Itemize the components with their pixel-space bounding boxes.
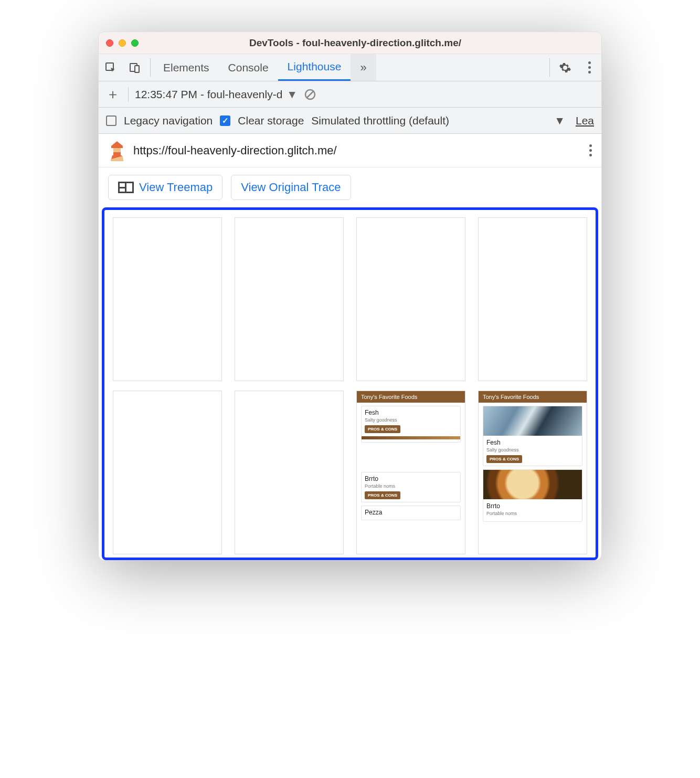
mini-pill: PROS & CONS bbox=[365, 425, 400, 433]
filmstrip-frame[interactable] bbox=[356, 217, 465, 381]
svg-rect-2 bbox=[135, 66, 139, 72]
mini-item-title: Brrto bbox=[365, 475, 457, 482]
mini-item-sub: Salty goodness bbox=[365, 417, 457, 423]
devtools-window: DevTools - foul-heavenly-direction.glitc… bbox=[98, 31, 602, 561]
settings-gear-icon[interactable] bbox=[553, 54, 577, 81]
tab-console[interactable]: Console bbox=[219, 54, 278, 81]
mini-card: Fesh Salty goodness PROS & CONS bbox=[483, 406, 582, 466]
new-report-button[interactable]: ＋ bbox=[104, 86, 122, 103]
tab-more[interactable]: » bbox=[351, 54, 376, 81]
report-actions: View Treemap View Original Trace bbox=[99, 167, 601, 207]
tab-divider bbox=[150, 58, 151, 77]
filmstrip-highlight: Tony's Favorite Foods Fesh Salty goodnes… bbox=[102, 207, 598, 560]
report-selector[interactable]: 12:35:47 PM - foul-heavenly-d ▼ bbox=[135, 88, 298, 101]
inspect-element-icon[interactable] bbox=[99, 54, 123, 81]
learn-more-link[interactable]: Lea bbox=[576, 114, 594, 127]
filmstrip-frame[interactable] bbox=[235, 391, 344, 554]
view-treemap-button[interactable]: View Treemap bbox=[108, 175, 222, 200]
svg-line-4 bbox=[307, 91, 313, 98]
mini-item-title: Pezza bbox=[365, 509, 457, 516]
mini-item-sub: Salty goodness bbox=[486, 447, 579, 453]
mini-item-sub: Portable noms bbox=[365, 483, 457, 489]
clear-storage-checkbox[interactable] bbox=[220, 115, 230, 126]
svg-rect-7 bbox=[113, 152, 121, 155]
window-title: DevTools - foul-heavenly-direction.glitc… bbox=[116, 37, 594, 49]
filmstrip-frame[interactable] bbox=[113, 391, 222, 554]
tab-elements[interactable]: Elements bbox=[154, 54, 219, 81]
throttling-label: Simulated throttling (default) bbox=[311, 114, 449, 127]
mini-card: Brrto Portable noms bbox=[483, 469, 582, 522]
svg-rect-6 bbox=[113, 148, 121, 152]
view-treemap-label: View Treemap bbox=[139, 181, 213, 194]
mini-item-sub: Portable noms bbox=[486, 511, 579, 516]
filmstrip-frame[interactable] bbox=[113, 217, 222, 381]
close-window-button[interactable] bbox=[106, 39, 113, 47]
mini-card: Fesh Salty goodness PROS & CONS bbox=[361, 406, 461, 443]
mini-item-title: Brrto bbox=[486, 502, 579, 510]
more-options-kebab-icon[interactable] bbox=[577, 54, 601, 81]
report-url-row: https://foul-heavenly-direction.glitch.m… bbox=[99, 134, 601, 167]
view-trace-label: View Original Trace bbox=[241, 181, 341, 194]
titlebar: DevTools - foul-heavenly-direction.glitc… bbox=[99, 32, 601, 54]
lighthouse-logo-icon bbox=[108, 141, 126, 160]
filmstrip: Tony's Favorite Foods Fesh Salty goodnes… bbox=[113, 217, 587, 554]
tab-divider-right bbox=[549, 58, 550, 77]
mini-strip bbox=[362, 436, 460, 439]
subbar-divider bbox=[128, 87, 129, 102]
mini-item-title: Fesh bbox=[365, 409, 457, 416]
report-menu-kebab-icon[interactable] bbox=[589, 144, 592, 156]
mini-card: Pezza bbox=[361, 506, 461, 520]
clear-storage-label: Clear storage bbox=[238, 114, 304, 127]
filmstrip-frame[interactable] bbox=[478, 217, 587, 381]
dropdown-caret-icon: ▼ bbox=[287, 88, 298, 101]
mini-pill: PROS & CONS bbox=[365, 491, 400, 499]
view-original-trace-button[interactable]: View Original Trace bbox=[231, 175, 351, 200]
mini-image bbox=[483, 406, 582, 436]
mini-pill: PROS & CONS bbox=[486, 455, 522, 463]
legacy-navigation-checkbox[interactable] bbox=[106, 115, 116, 126]
mini-card: Brrto Portable noms PROS & CONS bbox=[361, 472, 461, 502]
mini-page-header: Tony's Favorite Foods bbox=[479, 391, 587, 403]
report-url: https://foul-heavenly-direction.glitch.m… bbox=[133, 144, 337, 157]
clear-report-icon[interactable] bbox=[304, 88, 316, 101]
panel-tabs: Elements Console Lighthouse » bbox=[99, 54, 601, 81]
filmstrip-frame[interactable]: Tony's Favorite Foods Fesh Salty goodnes… bbox=[356, 391, 465, 554]
mini-item-title: Fesh bbox=[486, 439, 579, 446]
legacy-navigation-label: Legacy navigation bbox=[124, 114, 213, 127]
mini-page-header: Tony's Favorite Foods bbox=[357, 391, 465, 403]
mini-image bbox=[483, 470, 582, 499]
filmstrip-frame[interactable]: Tony's Favorite Foods Fesh Salty goodnes… bbox=[478, 391, 587, 554]
treemap-icon bbox=[118, 182, 134, 193]
report-selector-label: 12:35:47 PM - foul-heavenly-d bbox=[135, 88, 282, 101]
device-toolbar-icon[interactable] bbox=[123, 54, 147, 81]
report-toolbar: ＋ 12:35:47 PM - foul-heavenly-d ▼ bbox=[99, 81, 601, 108]
tab-lighthouse[interactable]: Lighthouse bbox=[278, 54, 351, 81]
lighthouse-options: Legacy navigation Clear storage Simulate… bbox=[99, 108, 601, 134]
svg-marker-5 bbox=[111, 141, 123, 148]
throttling-caret-icon[interactable]: ▼ bbox=[554, 114, 565, 127]
filmstrip-frame[interactable] bbox=[235, 217, 344, 381]
